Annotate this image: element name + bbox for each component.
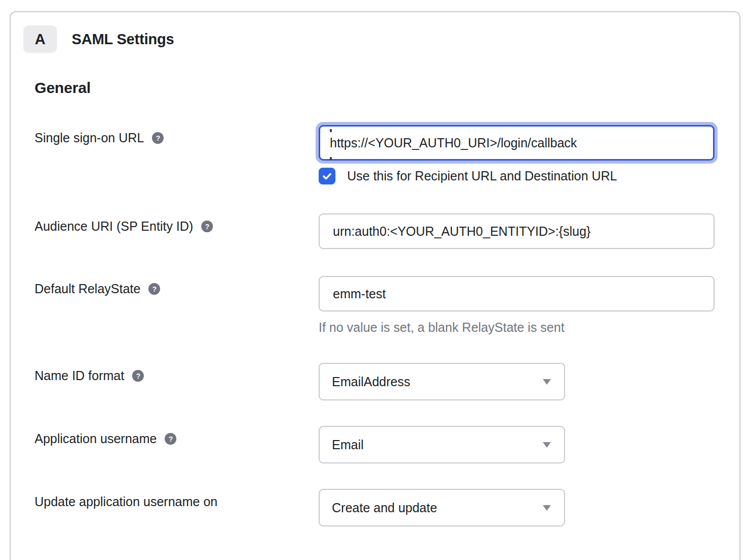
default-relaystate-input[interactable]	[319, 276, 715, 312]
recipient-checkbox-label[interactable]: Use this for Recipient URL and Destinati…	[347, 169, 617, 183]
audience-uri-input[interactable]	[319, 213, 715, 249]
caret-down-icon	[543, 442, 551, 448]
field-label-wrap: Name ID format ?	[35, 363, 319, 383]
step-badge: A	[23, 25, 57, 53]
caret-down-icon	[543, 505, 551, 511]
help-icon[interactable]: ?	[148, 283, 160, 295]
card-header: A SAML Settings	[23, 25, 174, 53]
relaystate-helper-text: If no value is set, a blank RelayState i…	[319, 320, 728, 335]
help-icon[interactable]: ?	[201, 221, 213, 232]
form-row-update-application-username-on: Update application username on Create an…	[35, 489, 728, 526]
single-sign-on-url-label: Single sign-on URL	[35, 131, 144, 145]
help-icon[interactable]: ?	[132, 370, 144, 382]
name-id-format-value: EmailAddress	[332, 375, 410, 389]
help-icon[interactable]: ?	[152, 132, 164, 144]
form-row-recipient-checkbox: Use this for Recipient URL and Destinati…	[35, 168, 728, 184]
field-label-wrap: Update application username on	[35, 489, 319, 509]
audience-uri-label: Audience URI (SP Entity ID)	[35, 219, 193, 234]
name-id-format-select[interactable]: EmailAddress	[319, 363, 565, 400]
use-for-recipient-checkbox[interactable]	[319, 168, 335, 184]
field-label-wrap: Single sign-on URL ?	[35, 125, 319, 145]
field-label-wrap: Application username ?	[35, 426, 319, 446]
field-label-wrap: Default RelayState ?	[35, 276, 319, 296]
application-username-select[interactable]: Email	[319, 426, 565, 463]
form-row-audience-uri: Audience URI (SP Entity ID) ?	[35, 213, 728, 249]
section-title-general: General	[35, 79, 90, 97]
form-row-default-relaystate: Default RelayState ? If no value is set,…	[35, 276, 728, 335]
page-title: SAML Settings	[72, 31, 174, 48]
checkmark-icon	[322, 171, 332, 181]
name-id-format-label: Name ID format	[35, 368, 124, 383]
single-sign-on-url-input[interactable]	[319, 125, 715, 161]
update-application-username-select[interactable]: Create and update	[319, 489, 565, 526]
default-relaystate-label: Default RelayState	[35, 282, 140, 296]
form-row-name-id-format: Name ID format ? EmailAddress	[35, 363, 728, 400]
help-icon[interactable]: ?	[165, 433, 176, 445]
application-username-label: Application username	[35, 431, 157, 446]
update-application-username-on-label: Update application username on	[35, 494, 218, 509]
update-application-username-value: Create and update	[332, 501, 437, 515]
form-row-application-username: Application username ? Email	[35, 426, 728, 463]
application-username-value: Email	[332, 438, 364, 452]
form-row-single-sign-on-url: Single sign-on URL ?	[35, 125, 728, 161]
field-label-wrap: Audience URI (SP Entity ID) ?	[35, 213, 319, 234]
caret-down-icon	[543, 379, 551, 385]
saml-settings-card: A SAML Settings General Single sign-on U…	[10, 11, 740, 560]
